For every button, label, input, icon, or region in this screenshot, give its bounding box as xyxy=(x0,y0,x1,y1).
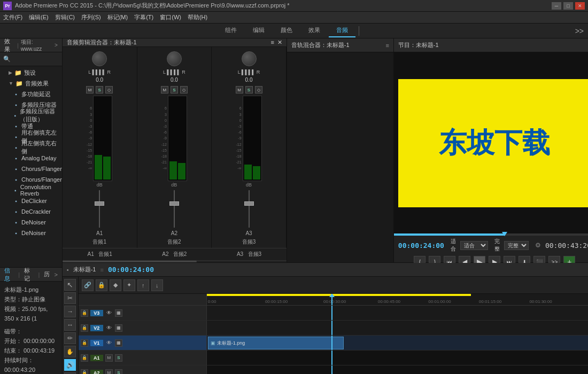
select-tool[interactable]: ↖ xyxy=(64,279,76,291)
tree-item-audio-effects[interactable]: ▼ 📁 音频效果 xyxy=(0,78,62,89)
tab-history[interactable]: 历 xyxy=(44,270,50,278)
project-label[interactable]: 项目: www.uzz xyxy=(21,38,52,52)
menu-help[interactable]: 帮助(H) xyxy=(188,13,207,21)
tree-item-fill-left-right[interactable]: ▪ 用左侧填充右侧 xyxy=(0,142,62,153)
solo-button-1[interactable]: S xyxy=(96,86,103,94)
menu-window[interactable]: 窗口(W) xyxy=(160,13,181,21)
eye-v1[interactable]: 👁 xyxy=(105,339,113,347)
solo-a2[interactable]: S xyxy=(115,369,122,375)
track-content-v3[interactable] xyxy=(207,306,588,320)
tree-item-multidelay[interactable]: ▪ 多功能延迟 xyxy=(0,89,62,99)
menu-sequence[interactable]: 序列(S) xyxy=(81,13,101,21)
track-content-v1[interactable]: ▣ 未标题-1.png xyxy=(207,336,588,350)
zoom-tool[interactable]: 🔊 xyxy=(64,359,76,371)
channel-fader-2[interactable] xyxy=(174,188,175,230)
track-toggle-v2[interactable]: ▦ xyxy=(115,324,122,332)
roll-tool[interactable]: ↔ xyxy=(64,319,76,331)
channel-knob-3[interactable] xyxy=(242,51,257,66)
current-timecode[interactable]: 00:00:24:00 xyxy=(398,241,444,250)
mute-button-2[interactable]: M xyxy=(161,86,168,94)
lock-v1[interactable]: 🔒 xyxy=(81,339,88,347)
tree-item-presets[interactable]: ▶ 📁 预设 xyxy=(0,67,62,78)
tl-extract-button[interactable]: ↓ xyxy=(151,279,163,291)
tree-item-denoiser[interactable]: ▪ DeNoiser xyxy=(0,217,62,228)
solo-button-2[interactable]: S xyxy=(171,86,178,94)
track-toggle-v1[interactable]: ▦ xyxy=(115,339,122,347)
track-content-v2[interactable] xyxy=(207,321,588,335)
tab-more[interactable]: >> xyxy=(575,27,584,35)
mixer-scrollbar[interactable] xyxy=(63,260,287,262)
eye-v3[interactable]: 👁 xyxy=(105,309,113,317)
lock-a1[interactable]: 🔒 xyxy=(81,354,88,362)
complete-select[interactable]: 完整 xyxy=(504,241,529,250)
hand-tool[interactable]: ✋ xyxy=(64,346,76,357)
channel-fader-1[interactable] xyxy=(99,188,100,230)
solo-a1[interactable]: S xyxy=(115,354,122,362)
expand-icon[interactable]: > xyxy=(55,42,58,48)
tab-edit[interactable]: 编辑 xyxy=(245,24,272,37)
channel-knob-1[interactable] xyxy=(92,51,107,66)
lock-v3[interactable]: 🔒 xyxy=(81,309,88,317)
tree-item-chorus[interactable]: ▪ Chorus/Flanger xyxy=(0,174,62,185)
mute-button-1[interactable]: M xyxy=(86,86,94,94)
ruler-mark-1: 00:00:15:00 xyxy=(265,299,288,304)
record-button-2[interactable]: ◇ xyxy=(180,86,188,94)
channel-msob-1: M S ◇ xyxy=(86,86,113,94)
tree-item-chorus-flanger[interactable]: ▪ Chorus/Flanger xyxy=(0,163,62,174)
ripple-tool[interactable]: → xyxy=(64,306,76,317)
tree-item-declicker[interactable]: ▪ DeClicker xyxy=(0,196,62,206)
fit-select[interactable]: 适合 25% 50% 100% xyxy=(460,241,488,250)
expand-icon[interactable]: > xyxy=(54,271,57,278)
tab-effects[interactable]: 效果 xyxy=(301,24,328,37)
tree-item-decrackler[interactable]: ▪ DeCrackler xyxy=(0,206,62,217)
track-toggle-v3[interactable]: ▦ xyxy=(115,309,122,317)
preview-progress-bar[interactable] xyxy=(394,233,588,236)
tl-linked-button[interactable]: 🔒 xyxy=(96,279,107,291)
tab-color[interactable]: 颜色 xyxy=(273,24,300,37)
close-button[interactable]: ✕ xyxy=(575,2,585,10)
menu-edit[interactable]: 编辑(E) xyxy=(29,13,49,21)
tab-info[interactable]: 信息 xyxy=(4,267,14,283)
tl-lift-button[interactable]: ↑ xyxy=(137,279,149,291)
razor-tool[interactable]: ✂ xyxy=(64,292,76,304)
solo-button-3[interactable]: S xyxy=(245,86,253,94)
mute-button-3[interactable]: M xyxy=(236,86,243,94)
playhead-triangle xyxy=(329,294,335,297)
tree-item-multiband-legacy[interactable]: ▪ 多频段压缩器（旧版） xyxy=(0,110,62,121)
clip-v1[interactable]: ▣ 未标题-1.png xyxy=(208,337,344,349)
tab-components[interactable]: 组件 xyxy=(218,24,244,37)
lock-v2[interactable]: 🔒 xyxy=(81,324,88,332)
mute-a1[interactable]: M xyxy=(105,354,113,362)
menu-file[interactable]: 文件(F) xyxy=(3,13,22,21)
mixer-close-icon[interactable]: ✕ xyxy=(277,39,282,46)
tree-item-convolution[interactable]: ▪ Convolution Reverb xyxy=(0,185,62,196)
track-content-a1[interactable] xyxy=(207,350,588,365)
pen-tool[interactable]: ✏ xyxy=(64,332,76,344)
track-mixer: 音轨混合器：未标题-1 ≡ xyxy=(287,38,394,262)
tl-snap-button[interactable]: 🔗 xyxy=(82,279,94,291)
menu-title[interactable]: 字幕(T) xyxy=(134,13,153,21)
timeline-timecode[interactable]: 00:00:24:00 xyxy=(108,266,154,274)
mute-a2[interactable]: M xyxy=(105,369,113,375)
maximize-button[interactable]: □ xyxy=(563,2,573,10)
tab-audio[interactable]: 音频 xyxy=(329,24,355,37)
record-button-3[interactable]: ◇ xyxy=(255,86,262,94)
search-input[interactable] xyxy=(13,56,59,63)
settings-icon[interactable]: ⚙ xyxy=(535,241,541,249)
track-content-a2[interactable] xyxy=(207,365,588,374)
channel-fader-3[interactable] xyxy=(249,188,250,230)
channel-knob-2[interactable] xyxy=(167,51,182,66)
eye-v2[interactable]: 👁 xyxy=(105,324,113,332)
menu-marker[interactable]: 标记(M) xyxy=(107,13,128,21)
tab-marker[interactable]: 标记 xyxy=(24,267,34,283)
record-button-1[interactable]: ◇ xyxy=(105,86,113,94)
tl-add-marker[interactable]: ◆ xyxy=(110,279,121,291)
tree-item-distortion[interactable]: ▪ DeNoiser xyxy=(0,228,62,238)
minimize-button[interactable]: ─ xyxy=(552,2,561,10)
lock-a2[interactable]: 🔒 xyxy=(81,369,88,375)
track-mixer-settings[interactable]: ≡ xyxy=(385,42,389,49)
tl-add-edit[interactable]: ✦ xyxy=(123,279,135,291)
menu-clip[interactable]: 剪辑(C) xyxy=(55,13,75,21)
track-label-a2: 🔒 A2 M S xyxy=(79,365,207,374)
mixer-settings-icon[interactable]: ≡ xyxy=(270,39,274,46)
